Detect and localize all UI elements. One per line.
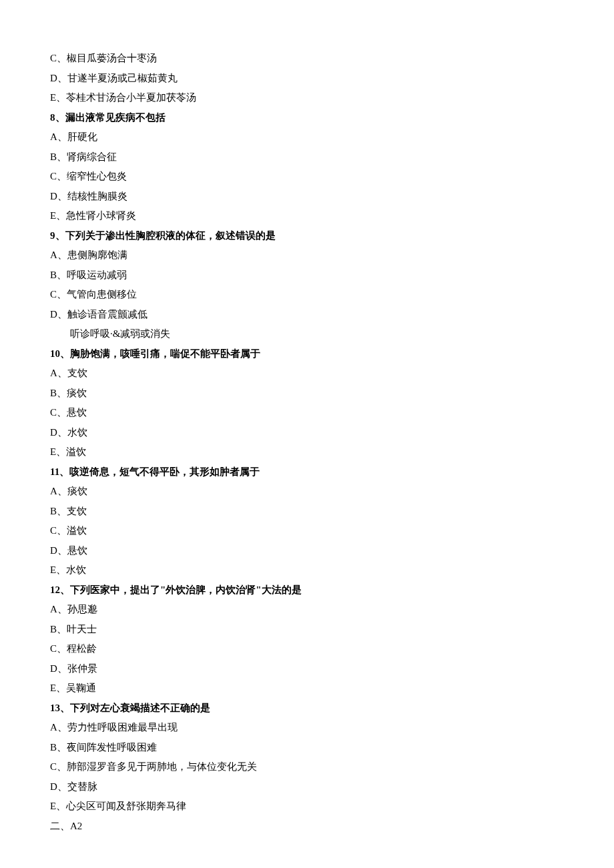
text-line: D、结核性胸膜炎 <box>50 191 564 201</box>
question-stem: 11、咳逆倚息，短气不得平卧，其形如肿者属于 <box>50 467 564 477</box>
text-line: E、水饮 <box>50 565 564 575</box>
text-line: A、肝硬化 <box>50 132 564 142</box>
text-line: C、溢饮 <box>50 526 564 536</box>
text-line: D、触诊语音震颤减低 <box>50 310 564 320</box>
text-line: E、心尖区可闻及舒张期奔马律 <box>50 801 564 811</box>
document-page: C、椒目瓜蒌汤合十枣汤D、甘遂半夏汤或己椒茹黄丸E、苓桂术甘汤合小半夏加茯苓汤8… <box>0 0 614 868</box>
text-line: D、甘遂半夏汤或己椒茹黄丸 <box>50 73 564 83</box>
text-line: A、劳力性呼吸困难最早出现 <box>50 723 564 733</box>
text-line: B、肾病综合征 <box>50 152 564 162</box>
text-line: B、呼吸运动减弱 <box>50 270 564 280</box>
text-line: D、水饮 <box>50 428 564 438</box>
text-line: E、苓桂术甘汤合小半夏加茯苓汤 <box>50 93 564 103</box>
text-line: E、急性肾小球肾炎 <box>50 211 564 221</box>
text-line: B、痰饮 <box>50 388 564 398</box>
text-line: D、交替脉 <box>50 782 564 792</box>
text-line: B、叶天士 <box>50 624 564 634</box>
text-line: D、悬饮 <box>50 546 564 556</box>
text-line: 二、A2 <box>50 821 564 831</box>
text-line: E、吴鞠通 <box>50 683 564 693</box>
question-stem: 9、下列关于渗出性胸腔积液的体征，叙述错误的是 <box>50 231 564 241</box>
text-line: C、悬饮 <box>50 408 564 418</box>
question-stem: 13、下列对左心衰竭描述不正确的是 <box>50 703 564 713</box>
text-line: C、椒目瓜蒌汤合十枣汤 <box>50 53 564 63</box>
question-stem: 8、漏出液常见疾病不包括 <box>50 113 564 123</box>
text-line: A、患侧胸廓饱满 <box>50 250 564 260</box>
text-line: B、夜间阵发性呼吸困难 <box>50 743 564 753</box>
text-line: E、溢饮 <box>50 447 564 457</box>
question-stem: 12、下列医家中，提出了"外饮治脾，内饮治肾"大法的是 <box>50 585 564 595</box>
text-line: 听诊呼吸·&减弱或消失 <box>50 329 564 339</box>
text-line: C、肺部湿罗音多见于两肺地，与体位变化无关 <box>50 762 564 772</box>
text-line: C、缩窄性心包炎 <box>50 171 564 181</box>
text-line: A、孙思邈 <box>50 604 564 614</box>
text-line: C、气管向患侧移位 <box>50 290 564 300</box>
text-line: C、程松龄 <box>50 644 564 654</box>
question-stem: 10、胸胁饱满，咳唾引痛，喘促不能平卧者属于 <box>50 349 564 359</box>
text-line: B、支饮 <box>50 506 564 516</box>
text-line: A、支饮 <box>50 368 564 378</box>
text-line: A、痰饮 <box>50 486 564 496</box>
text-line: D、张仲景 <box>50 664 564 674</box>
